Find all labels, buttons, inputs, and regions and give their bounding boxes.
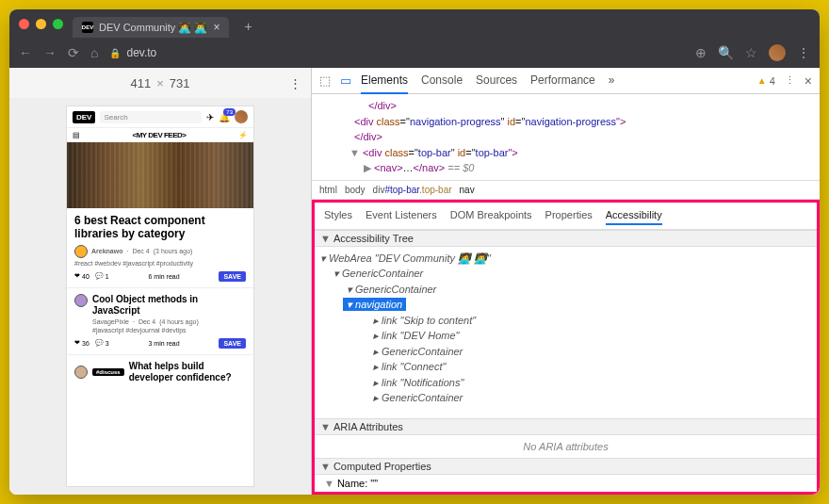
- device-preview-pane: 411 × 731 ⋮ DEV Search ✈ 🔔 ▤ <MY D: [9, 68, 311, 495]
- titlebar: DEV DEV Community 👩‍💻 👨‍💻 × +: [9, 9, 820, 38]
- back-icon[interactable]: ←: [19, 45, 32, 60]
- home-icon[interactable]: ⌂: [90, 45, 98, 60]
- feed-bar: ▤ <MY DEV FEED> ⚡: [67, 128, 253, 142]
- search-icon[interactable]: 🔍: [718, 45, 734, 60]
- forward-icon[interactable]: →: [43, 45, 57, 60]
- computed-name: ▼Name: "": [315, 475, 817, 492]
- traffic-lights: [19, 19, 63, 29]
- author-avatar: [74, 294, 88, 307]
- section-aria-attrs[interactable]: ▼ARIA Attributes: [315, 418, 817, 435]
- article-ago: (4 hours ago): [159, 318, 199, 325]
- article-title: Cool Object methods in JavaScript: [92, 294, 246, 317]
- subtab-accessibility[interactable]: Accessibility: [606, 206, 662, 225]
- bolt-icon[interactable]: ⚡: [238, 131, 248, 139]
- browser-tab[interactable]: DEV DEV Community 👩‍💻 👨‍💻 ×: [73, 17, 229, 38]
- author-name: Areknawo: [91, 248, 122, 254]
- warning-count: 4: [770, 75, 775, 87]
- sidebar-toggle-icon[interactable]: ▤: [73, 131, 80, 139]
- tab-console[interactable]: Console: [421, 68, 463, 94]
- maximize-window-dot[interactable]: [53, 19, 63, 29]
- lock-icon: 🔒: [109, 48, 121, 58]
- read-time: 3 min read: [149, 340, 180, 347]
- preview-kebab-icon[interactable]: ⋮: [289, 76, 301, 90]
- highlighted-pane: Styles Event Listeners DOM Breakpoints P…: [312, 200, 820, 496]
- tab-title: DEV Community 👩‍💻 👨‍💻: [99, 22, 207, 34]
- a11y-tree[interactable]: ▾ WebArea "DEV Community 👩‍💻 👨‍💻" ▾ Gene…: [315, 247, 817, 419]
- feed-title: <MY DEV FEED>: [133, 131, 187, 139]
- article-tags: #react #webdev #javascript #productivity: [74, 260, 246, 267]
- article-hero-image[interactable]: [67, 142, 253, 208]
- star-icon[interactable]: ☆: [745, 45, 757, 60]
- device-mode-icon[interactable]: ▭: [340, 73, 351, 88]
- new-tab-button[interactable]: +: [244, 19, 252, 34]
- crumb-div[interactable]: div#top-bar.top-bar: [373, 185, 452, 195]
- dimension-sep: ×: [156, 76, 164, 90]
- close-window-dot[interactable]: [19, 19, 29, 29]
- profile-avatar[interactable]: [769, 44, 786, 61]
- no-aria-text: No ARIA attributes: [315, 435, 817, 458]
- elements-tree[interactable]: </div> <div class="navigation-progress" …: [312, 94, 820, 181]
- devtools-close-icon[interactable]: ×: [805, 73, 812, 89]
- dev-logo[interactable]: DEV: [73, 111, 95, 123]
- warning-icon: ▲: [757, 75, 767, 86]
- article-date: Dec 4: [132, 248, 149, 254]
- navbar: ← → ⟳ ⌂ 🔒 dev.to ⊕ 🔍 ☆ ⋮: [9, 38, 820, 68]
- author-avatar: [74, 245, 88, 258]
- devtools-toolbar: ⬚ ▭ Elements Console Sources Performance…: [312, 68, 820, 94]
- address-text: dev.to: [126, 46, 156, 59]
- selected-a11y-node: navigation: [343, 298, 406, 311]
- crumb-nav[interactable]: nav: [460, 185, 475, 195]
- save-button[interactable]: SAVE: [219, 271, 246, 282]
- inspect-icon[interactable]: ⬚: [319, 73, 331, 88]
- subtab-styles[interactable]: Styles: [324, 206, 352, 225]
- viewport-height[interactable]: 731: [170, 76, 190, 90]
- tab-sources[interactable]: Sources: [476, 68, 517, 94]
- author-name: SavagePixie: [92, 318, 129, 325]
- article-title: 6 best React component libraries by cate…: [74, 214, 246, 241]
- address-bar[interactable]: 🔒 dev.to: [109, 46, 684, 59]
- favicon: DEV: [82, 22, 93, 33]
- notifications-icon[interactable]: 🔔: [219, 112, 230, 122]
- section-a11y-tree[interactable]: ▼Accessibility Tree: [315, 230, 817, 247]
- crumb-html[interactable]: html: [319, 185, 337, 195]
- close-tab-icon[interactable]: ×: [213, 21, 219, 34]
- browser-window: DEV DEV Community 👩‍💻 👨‍💻 × + ← → ⟳ ⌂ 🔒 …: [9, 9, 820, 495]
- tab-more[interactable]: »: [609, 68, 615, 94]
- plus-icon[interactable]: ⊕: [695, 45, 707, 60]
- discuss-chip: #discuss: [92, 368, 124, 376]
- article-tags: #javascript #devjournal #devtips: [92, 327, 246, 333]
- site-avatar[interactable]: [235, 110, 248, 123]
- site-header: DEV Search ✈ 🔔: [67, 106, 253, 128]
- dimensions-bar: 411 × 731 ⋮: [9, 68, 311, 98]
- subtab-dom-breakpoints[interactable]: DOM Breakpoints: [450, 206, 532, 225]
- warnings-badge[interactable]: ▲ 4: [757, 75, 775, 87]
- subtab-listeners[interactable]: Event Listeners: [366, 206, 437, 225]
- section-computed-props[interactable]: ▼Computed Properties: [315, 458, 817, 475]
- minimize-window-dot[interactable]: [36, 19, 46, 29]
- article-card[interactable]: #discuss What helps build developer conf…: [67, 354, 253, 389]
- hearts-count[interactable]: ❤ 36: [74, 339, 89, 347]
- reload-icon[interactable]: ⟳: [68, 45, 79, 60]
- mobile-viewport: DEV Search ✈ 🔔 ▤ <MY DEV FEED> ⚡ 6 best …: [66, 106, 254, 487]
- search-input[interactable]: Search: [100, 111, 202, 123]
- tab-performance[interactable]: Performance: [530, 68, 595, 94]
- author-avatar: [74, 366, 88, 379]
- save-button[interactable]: SAVE: [219, 338, 246, 349]
- tab-elements[interactable]: Elements: [361, 68, 408, 94]
- devtools-kebab-icon[interactable]: ⋮: [785, 74, 795, 87]
- menu-icon[interactable]: ⋮: [797, 45, 810, 60]
- hearts-count[interactable]: ❤ 40: [74, 272, 89, 280]
- article-card[interactable]: Cool Object methods in JavaScript Savage…: [67, 287, 253, 354]
- article-title: What helps build developer confidence?: [129, 361, 246, 383]
- subtab-properties[interactable]: Properties: [545, 206, 593, 225]
- comments-count[interactable]: 💬 1: [95, 272, 109, 280]
- breadcrumb: html body div#top-bar.top-bar nav: [312, 181, 820, 200]
- read-time: 6 min read: [149, 273, 180, 280]
- comments-count[interactable]: 💬 3: [95, 339, 109, 347]
- article-date: Dec 4: [138, 318, 155, 325]
- paper-plane-icon[interactable]: ✈: [206, 112, 214, 122]
- article-card[interactable]: 6 best React component libraries by cate…: [67, 208, 253, 287]
- viewport-width[interactable]: 411: [131, 76, 152, 90]
- elements-subtabs: Styles Event Listeners DOM Breakpoints P…: [315, 203, 817, 230]
- crumb-body[interactable]: body: [345, 185, 366, 195]
